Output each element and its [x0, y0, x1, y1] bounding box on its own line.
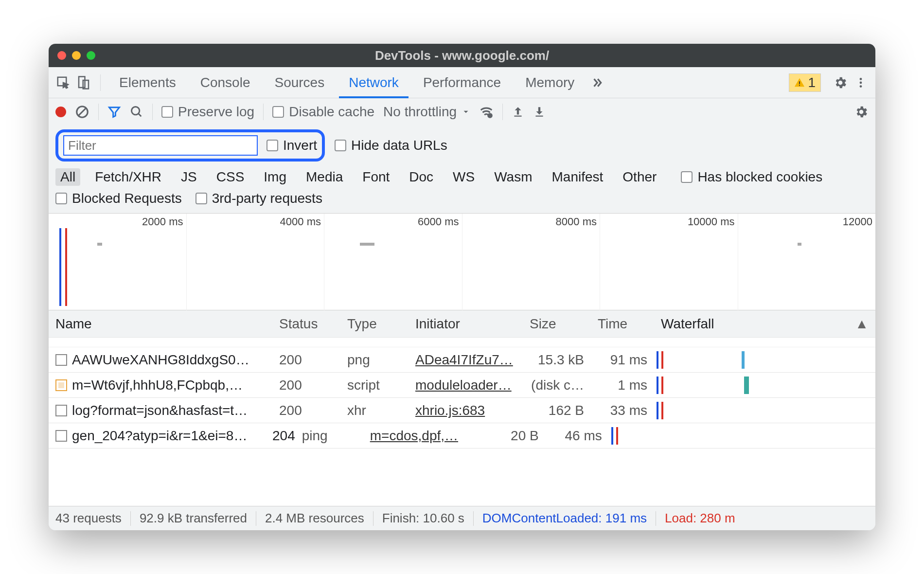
sort-indicator-icon: ▲: [855, 316, 869, 332]
titlebar: DevTools - www.google.com/: [49, 44, 875, 67]
throttling-select[interactable]: No throttling: [383, 104, 470, 120]
svg-rect-3: [800, 81, 800, 84]
filter-highlight: Invert: [55, 129, 325, 161]
filter-other[interactable]: Other: [618, 168, 661, 186]
col-name[interactable]: Name: [49, 316, 272, 332]
upload-har-icon[interactable]: [512, 106, 524, 118]
requests-table: Name Status Type Initiator Size Time Wat…: [49, 310, 875, 506]
more-tabs-icon[interactable]: [589, 75, 604, 90]
col-initiator[interactable]: Initiator: [409, 316, 523, 332]
devtools-window: DevTools - www.google.com/ Elements Cons…: [49, 44, 875, 530]
filter-input[interactable]: [63, 135, 258, 156]
col-size[interactable]: Size: [523, 316, 591, 332]
preserve-log-checkbox[interactable]: Preserve log: [161, 104, 254, 120]
filter-fetch[interactable]: Fetch/XHR: [90, 168, 166, 186]
table-row[interactable]: gen_204?atyp=i&r=1&ei=8… 204 ping m=cdos…: [49, 423, 875, 448]
file-icon: [55, 405, 67, 416]
search-icon[interactable]: [130, 105, 143, 119]
status-transferred: 92.9 kB transferred: [140, 511, 247, 526]
tab-elements[interactable]: Elements: [109, 67, 186, 98]
svg-point-10: [488, 114, 492, 118]
col-status[interactable]: Status: [272, 316, 340, 332]
clear-icon[interactable]: [75, 105, 89, 119]
filter-font[interactable]: Font: [357, 168, 394, 186]
filter-img[interactable]: Img: [259, 168, 291, 186]
tick-label: 12000: [738, 214, 876, 311]
svg-rect-1: [79, 76, 85, 88]
tick-label: 4000 ms: [187, 214, 325, 311]
col-waterfall[interactable]: Waterfall▲: [654, 310, 875, 337]
tick-label: 10000 ms: [600, 214, 738, 311]
inspect-icon[interactable]: [55, 75, 71, 90]
filter-media[interactable]: Media: [301, 168, 348, 186]
tab-console[interactable]: Console: [191, 67, 260, 98]
device-toggle-icon[interactable]: [76, 75, 91, 90]
extra-filters: Blocked Requests 3rd-party requests: [49, 191, 875, 213]
filter-all[interactable]: All: [55, 168, 80, 186]
svg-rect-4: [800, 85, 800, 86]
status-dcl: DOMContentLoaded: 191 ms: [482, 511, 647, 526]
tab-network[interactable]: Network: [339, 67, 409, 98]
file-icon: [55, 379, 67, 391]
filter-bar: Invert Hide data URLs: [49, 126, 875, 166]
tick-label: 6000 ms: [324, 214, 462, 311]
tick-label: 8000 ms: [462, 214, 601, 311]
chevron-down-icon: [462, 108, 470, 116]
warnings-badge[interactable]: 1: [789, 73, 821, 92]
record-icon[interactable]: [55, 107, 66, 117]
window-title: DevTools - www.google.com/: [49, 48, 875, 63]
svg-point-9: [132, 107, 140, 115]
filter-ws[interactable]: WS: [448, 168, 480, 186]
overview-timeline[interactable]: 2000 ms 4000 ms 6000 ms 8000 ms 10000 ms…: [49, 213, 875, 310]
tick-label: 2000 ms: [49, 214, 187, 311]
svg-rect-12: [535, 116, 543, 117]
kebab-menu-icon[interactable]: [853, 75, 869, 90]
type-filters: All Fetch/XHR JS CSS Img Media Font Doc …: [49, 166, 875, 191]
table-row[interactable]: AAWUweXANHG8IddxgS0… 200 png ADea4I7IfZu…: [49, 347, 875, 373]
file-icon: [55, 354, 67, 366]
blocked-requests-checkbox[interactable]: Blocked Requests: [55, 191, 182, 206]
tab-performance[interactable]: Performance: [413, 67, 511, 98]
table-header: Name Status Type Initiator Size Time Wat…: [49, 310, 875, 338]
tab-sources[interactable]: Sources: [265, 67, 334, 98]
col-time[interactable]: Time: [591, 316, 654, 332]
filter-wasm[interactable]: Wasm: [489, 168, 537, 186]
status-bar: 43 requests 92.9 kB transferred 2.4 MB r…: [49, 506, 875, 530]
status-finish: Finish: 10.60 s: [382, 511, 464, 526]
download-har-icon[interactable]: [533, 106, 546, 118]
col-type[interactable]: Type: [340, 316, 409, 332]
panel-settings-icon[interactable]: [854, 105, 869, 119]
filter-icon[interactable]: [107, 105, 121, 119]
filter-doc[interactable]: Doc: [404, 168, 438, 186]
table-row[interactable]: m=Wt6vjf,hhhU8,FCpbqb,… 200 script modul…: [49, 373, 875, 398]
has-blocked-cookies-checkbox[interactable]: Has blocked cookies: [681, 169, 822, 185]
settings-icon[interactable]: [833, 75, 848, 90]
warnings-count: 1: [808, 75, 816, 90]
svg-point-6: [860, 81, 862, 84]
status-resources: 2.4 MB resources: [265, 511, 364, 526]
filter-css[interactable]: CSS: [212, 168, 249, 186]
filter-manifest[interactable]: Manifest: [547, 168, 608, 186]
hide-data-urls-checkbox[interactable]: Hide data URLs: [335, 138, 447, 153]
table-row[interactable]: log?format=json&hasfast=t… 200 xhr xhrio…: [49, 398, 875, 423]
svg-rect-11: [514, 116, 521, 117]
third-party-checkbox[interactable]: 3rd-party requests: [195, 191, 322, 206]
svg-point-5: [860, 78, 862, 80]
svg-point-7: [860, 85, 862, 88]
network-conditions-icon[interactable]: [479, 105, 494, 119]
network-toolbar: Preserve log Disable cache No throttling: [49, 98, 875, 126]
invert-checkbox[interactable]: Invert: [267, 138, 317, 153]
filter-js[interactable]: JS: [176, 168, 202, 186]
top-tabbar: Elements Console Sources Network Perform…: [49, 67, 875, 98]
status-load: Load: 280 m: [665, 511, 735, 526]
file-icon: [55, 430, 67, 442]
tab-memory[interactable]: Memory: [515, 67, 584, 98]
disable-cache-checkbox[interactable]: Disable cache: [272, 104, 374, 120]
status-requests: 43 requests: [55, 511, 122, 526]
